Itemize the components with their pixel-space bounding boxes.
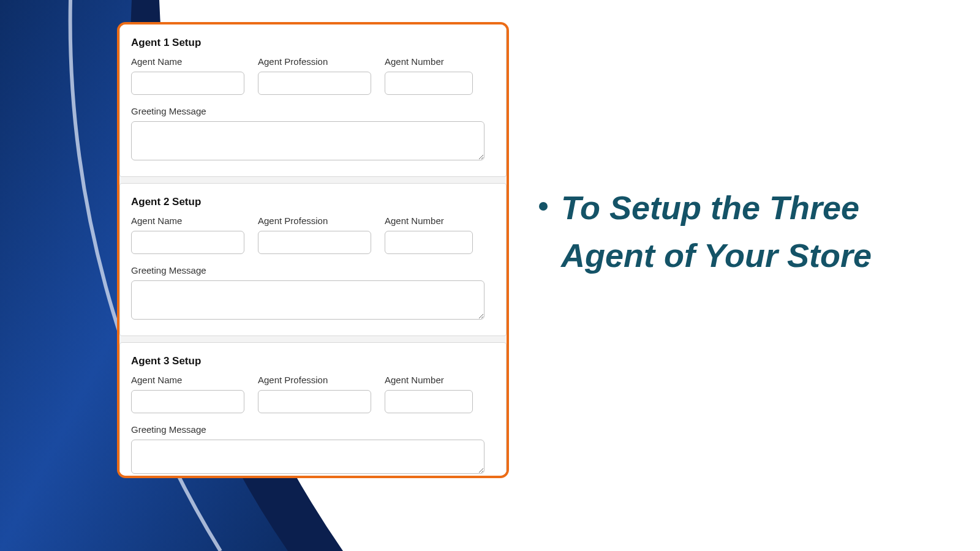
agent-2-profession-label: Agent Profession — [258, 216, 371, 226]
agent-1-profession-label: Agent Profession — [258, 56, 371, 67]
agent-3-greeting-label: Greeting Message — [131, 424, 495, 435]
agent-3-number-label: Agent Number — [385, 375, 473, 385]
agent-2-number-label: Agent Number — [385, 216, 473, 226]
agents-setup-panel: Agent 1 Setup Agent Name Agent Professio… — [117, 22, 509, 478]
agent-2-number-input[interactable] — [385, 231, 473, 254]
bullet-dot-icon — [539, 202, 548, 211]
slide-bullet: To Setup the Three Agent of Your Store — [539, 184, 956, 280]
agent-1-name-label: Agent Name — [131, 56, 244, 67]
agent-2-greeting-label: Greeting Message — [131, 265, 495, 276]
agent-2-card: Agent 2 Setup Agent Name Agent Professio… — [119, 183, 507, 336]
agent-3-profession-label: Agent Profession — [258, 375, 371, 385]
agent-1-number-label: Agent Number — [385, 56, 473, 67]
agent-3-title: Agent 3 Setup — [131, 355, 495, 367]
agent-3-name-input[interactable] — [131, 390, 244, 413]
agent-1-profession-input[interactable] — [258, 72, 371, 95]
slide-bullet-text: To Setup the Three Agent of Your Store — [561, 184, 956, 280]
agent-3-profession-input[interactable] — [258, 390, 371, 413]
agent-2-greeting-input[interactable] — [131, 280, 484, 320]
agent-2-title: Agent 2 Setup — [131, 196, 495, 208]
agent-1-title: Agent 1 Setup — [131, 37, 495, 49]
agent-3-card: Agent 3 Setup Agent Name Agent Professio… — [119, 342, 507, 478]
agent-3-name-label: Agent Name — [131, 375, 244, 385]
agent-3-number-input[interactable] — [385, 390, 473, 413]
agent-1-name-input[interactable] — [131, 72, 244, 95]
agent-2-name-input[interactable] — [131, 231, 244, 254]
agent-3-greeting-input[interactable] — [131, 440, 484, 474]
agent-1-number-input[interactable] — [385, 72, 473, 95]
agent-1-greeting-input[interactable] — [131, 121, 484, 160]
agent-1-greeting-label: Greeting Message — [131, 106, 495, 116]
agent-2-profession-input[interactable] — [258, 231, 371, 254]
agent-2-name-label: Agent Name — [131, 216, 244, 226]
agent-1-card: Agent 1 Setup Agent Name Agent Professio… — [119, 24, 507, 177]
